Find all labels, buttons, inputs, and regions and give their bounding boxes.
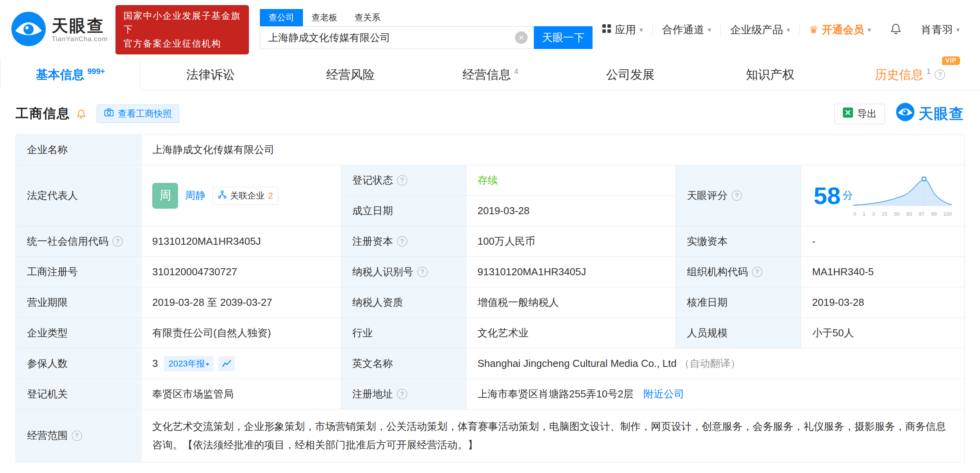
help-icon[interactable]: ?	[112, 236, 123, 247]
paid-capital-value: -	[801, 226, 965, 257]
help-icon[interactable]: ?	[935, 69, 945, 80]
table-row: 登记机关 奉贤区市场监管局 注册地址 ? 上海市奉贤区肖塘路255弄10号2层 …	[16, 379, 965, 410]
axis-tick: 50	[894, 211, 899, 217]
legal-rep-link[interactable]: 周静	[185, 189, 205, 202]
bell-icon	[890, 22, 902, 38]
help-icon[interactable]: ?	[417, 267, 428, 277]
chevron-down-icon: ▾	[956, 26, 960, 34]
business-scope-value: 文化艺术交流策划，企业形象策划，市场营销策划，公关活动策划，体育赛事活动策划，电…	[141, 410, 965, 462]
tab-legal[interactable]: 法律诉讼	[141, 60, 280, 90]
nav-enterprise-products[interactable]: 企业级产品 ▾	[721, 23, 800, 37]
export-button-label: 导出	[857, 107, 877, 120]
axis-tick: 1	[863, 211, 865, 217]
help-icon[interactable]: ?	[397, 175, 407, 186]
search-button[interactable]: 天眼一下	[534, 26, 593, 49]
chevron-down-icon: ▾	[787, 26, 790, 34]
score-label-cell: 天眼评分 ?	[676, 165, 801, 226]
business-scope-label: 经营范围	[27, 429, 68, 442]
table-row: 法定代表人 周 周静 关联企业 2 登记状态	[16, 165, 965, 196]
help-icon[interactable]: ?	[731, 190, 742, 201]
help-icon[interactable]: ?	[397, 389, 407, 399]
excel-icon	[843, 107, 853, 120]
tab-operation-badge: 4	[514, 67, 518, 76]
company-name-label: 企业名称	[16, 135, 141, 165]
watermark-label: 天眼查	[919, 104, 964, 124]
nearby-companies-link[interactable]: 附近公司	[643, 388, 684, 400]
address-label-cell: 注册地址 ?	[341, 379, 467, 410]
tab-basic-info[interactable]: 基本信息 999+	[0, 60, 141, 90]
org-code-label-cell: 组织机构代码 ?	[676, 257, 801, 287]
axis-tick: 97	[919, 211, 924, 217]
tab-risk-label: 经营风险	[326, 67, 375, 83]
credit-code-value: 91310120MA1HR3405J	[141, 226, 341, 257]
table-row: 企业名称 上海静成文化传媒有限公司	[16, 135, 965, 165]
reg-authority-value: 奉贤区市场监管局	[141, 379, 341, 410]
help-icon[interactable]: ?	[72, 430, 82, 441]
help-icon[interactable]: ?	[752, 267, 762, 277]
taxpayer-quality-label: 纳税人资质	[341, 287, 467, 318]
tab-operation[interactable]: 经营信息 4	[420, 60, 560, 90]
establish-date-label: 成立日期	[341, 196, 467, 226]
gov-badge-line2: 官方备案企业征信机构	[123, 37, 241, 51]
search-tab-relation[interactable]: 查关系	[346, 9, 389, 26]
tab-intellectual-property[interactable]: 知识产权	[700, 60, 840, 90]
taxpayer-id-label: 纳税人识别号	[352, 265, 413, 279]
credit-code-label-cell: 统一社会信用代码 ?	[16, 226, 141, 257]
annual-report-badge[interactable]: 2023年报 ▸	[164, 356, 213, 372]
view-snapshot-button[interactable]: 查看工商快照	[97, 105, 179, 123]
reg-capital-label: 注册资本	[352, 235, 393, 248]
axis-tick: 3	[872, 211, 875, 217]
reg-status-label-cell: 登记状态 ?	[341, 165, 467, 196]
english-name-value: Shanghai Jingcheng Cultural Media Co., L…	[477, 357, 677, 369]
nav-cooperation[interactable]: 合作通道 ▾	[653, 23, 721, 37]
clear-search-icon[interactable]: ×	[515, 31, 528, 44]
tab-risk[interactable]: 经营风险	[281, 60, 420, 90]
logo-name: 天眼查	[52, 16, 108, 35]
camera-icon	[104, 108, 114, 120]
gov-badge-line1: 国家中小企业发展子基金旗下	[123, 9, 241, 37]
trend-chart-icon[interactable]	[218, 356, 235, 371]
related-companies-label: 关联企业	[230, 190, 265, 202]
tab-legal-label: 法律诉讼	[186, 67, 235, 83]
score-distribution-chart: 0 1 3 15 50 85 97 99 100	[853, 175, 952, 217]
section-title: 工商信息	[16, 105, 70, 123]
tianyancha-logo[interactable]: 天眼查 TianYanCha.com	[11, 11, 108, 48]
credit-code-label: 统一社会信用代码	[27, 235, 108, 248]
tab-development[interactable]: 公司发展	[560, 60, 700, 90]
chevron-down-icon: ▾	[868, 26, 871, 34]
help-icon[interactable]: ?	[397, 236, 407, 247]
industry-value: 文化艺术业	[467, 318, 676, 348]
company-name-value: 上海静成文化传媒有限公司	[141, 135, 965, 165]
logo-domain: TianYanCha.com	[52, 35, 108, 43]
table-row: 企业类型 有限责任公司(自然人独资) 行业 文化艺术业 人员规模 小于50人	[16, 318, 965, 348]
business-term-value: 2019-03-28 至 2039-03-27	[141, 287, 341, 318]
tab-history[interactable]: VIP 历史信息 1 ?	[840, 60, 980, 90]
legal-rep-label: 法定代表人	[16, 165, 141, 226]
search-tab-company[interactable]: 查公司	[260, 9, 303, 26]
notification-bell[interactable]	[880, 22, 912, 38]
related-companies-badge[interactable]: 关联企业 2	[213, 187, 278, 205]
alert-bell-icon[interactable]	[76, 108, 86, 119]
approval-date-label: 核准日期	[676, 287, 801, 318]
axis-tick: 100	[943, 211, 952, 217]
search-tab-boss[interactable]: 查老板	[303, 9, 346, 26]
export-button[interactable]: 导出	[834, 104, 885, 124]
insured-label: 参保人数	[16, 348, 141, 379]
nav-apps[interactable]: 应用 ▾	[593, 23, 652, 37]
english-name-label: 英文名称	[341, 348, 467, 379]
vip-tag: VIP	[942, 56, 960, 65]
company-type-label: 企业类型	[16, 318, 141, 348]
chevron-down-icon: ▾	[708, 26, 712, 34]
crown-icon: ♛	[809, 24, 818, 36]
arrow-right-icon: ▸	[206, 360, 209, 367]
business-scope-label-cell: 经营范围 ?	[16, 410, 141, 462]
search-input[interactable]	[260, 26, 534, 49]
user-menu[interactable]: 肖青羽 ▾	[912, 23, 969, 37]
gov-certification-badge: 国家中小企业发展子基金旗下 官方备案企业征信机构	[115, 5, 249, 55]
reg-capital-label-cell: 注册资本 ?	[341, 226, 467, 257]
header: 天眼查 TianYanCha.com 国家中小企业发展子基金旗下 官方备案企业征…	[0, 0, 980, 60]
legal-rep-avatar[interactable]: 周	[152, 183, 178, 209]
axis-tick: 99	[931, 211, 937, 217]
table-row: 统一社会信用代码 ? 91310120MA1HR3405J 注册资本 ? 100…	[16, 226, 965, 257]
nav-open-vip[interactable]: ♛ 开通会员 ▾	[800, 23, 881, 37]
